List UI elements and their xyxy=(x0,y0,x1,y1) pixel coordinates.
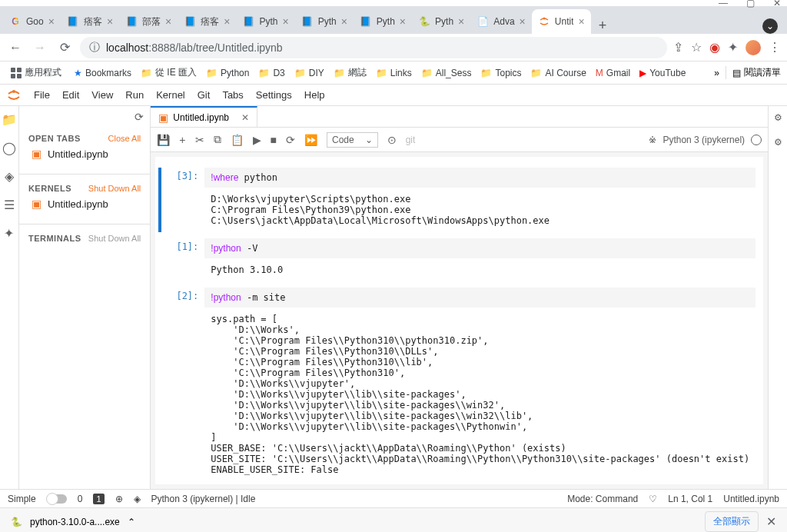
menu-file[interactable]: File xyxy=(34,89,50,101)
browser-tab[interactable]: 📄Adva× xyxy=(470,9,532,34)
notebook-tab[interactable]: ▣ Untitled.ipynb ✕ xyxy=(151,106,257,127)
bookmark-item[interactable]: 📁Links xyxy=(371,63,417,82)
bookmark-item[interactable]: ▶YouTube xyxy=(635,63,690,82)
menu-edit[interactable]: Edit xyxy=(62,89,79,101)
bookmark-item[interactable]: 📁D3 xyxy=(254,63,289,82)
close-tab-icon[interactable]: × xyxy=(224,15,230,28)
kernel-switch-icon[interactable]: ※ xyxy=(649,135,656,145)
show-all-downloads-button[interactable]: 全部顯示 xyxy=(705,511,759,532)
bookmark-item[interactable]: 📁網誌 xyxy=(329,63,371,82)
close-all-button[interactable]: Close All xyxy=(108,134,141,143)
search-tabs-icon[interactable]: ⌄ xyxy=(762,18,778,34)
apps-shortcut[interactable]: 應用程式 xyxy=(6,63,66,82)
cursor-position[interactable]: Ln 1, Col 1 xyxy=(668,494,712,504)
cell-input[interactable]: !python -V xyxy=(204,238,755,258)
menu-run[interactable]: Run xyxy=(125,89,144,101)
kernel-status-icon[interactable] xyxy=(751,135,762,145)
close-tab-icon[interactable]: × xyxy=(578,15,584,28)
code-cell[interactable]: [2]:!python -m sitesys.path = [ 'D:\\Wor… xyxy=(155,286,763,483)
reload-button[interactable]: ⟳ xyxy=(55,38,74,57)
bookmark-item[interactable]: ★Bookmarks xyxy=(69,63,136,82)
bookmark-item[interactable]: MGmail xyxy=(591,63,635,82)
git-icon[interactable]: ◈ xyxy=(5,169,14,184)
open-tab-item[interactable]: ▣ Untitled.ipynb xyxy=(28,143,141,165)
download-menu-icon[interactable]: ⌃ xyxy=(128,517,135,527)
close-tab-icon[interactable]: × xyxy=(107,15,113,28)
cell-type-select[interactable]: Code ⌄ xyxy=(327,132,378,148)
minimize-button[interactable]: — xyxy=(719,0,728,8)
jupyter-logo-icon[interactable] xyxy=(6,88,22,103)
bookmark-item[interactable]: 📁從 IE 匯入 xyxy=(136,63,201,82)
paste-icon[interactable]: 📋 xyxy=(231,134,244,146)
browser-tab[interactable]: 🐍Pyth× xyxy=(412,9,470,34)
browser-tab[interactable]: 📘部落× xyxy=(119,9,178,34)
kernel-status-text[interactable]: Python 3 (ipykernel) | Idle xyxy=(151,494,256,504)
browser-tab[interactable]: 📘Pyth× xyxy=(295,9,354,34)
shutdown-all-kernels-button[interactable]: Shut Down All xyxy=(88,184,141,193)
refresh-icon[interactable]: ⟳ xyxy=(134,111,144,123)
menu-help[interactable]: Help xyxy=(304,89,325,101)
run-all-icon[interactable]: ⏩ xyxy=(304,134,317,146)
kernel-item[interactable]: ▣ Untitled.ipynb xyxy=(28,193,141,214)
extensions-puzzle-icon[interactable]: ✦ xyxy=(728,40,738,55)
bookmark-item[interactable]: 📁All_Sess xyxy=(417,63,477,82)
close-tab-icon[interactable]: ✕ xyxy=(241,112,249,123)
debugger-icon[interactable]: ⚙ xyxy=(774,137,782,148)
stop-icon[interactable]: ■ xyxy=(271,134,277,146)
url-field[interactable]: ⓘ localhost:8888/lab/tree/Untitled.ipynb xyxy=(80,37,667,58)
bookmark-item[interactable]: 📁DIY xyxy=(290,63,329,82)
bookmark-item[interactable]: 📁Python xyxy=(201,63,254,82)
bookmarks-overflow[interactable]: » xyxy=(714,68,719,78)
close-download-bar-icon[interactable]: ✕ xyxy=(766,514,776,529)
simple-toggle[interactable] xyxy=(47,494,67,504)
add-cell-icon[interactable]: + xyxy=(179,134,185,146)
close-tab-icon[interactable]: × xyxy=(165,15,171,28)
close-tab-icon[interactable]: × xyxy=(341,15,347,28)
property-inspector-icon[interactable]: ⚙ xyxy=(774,112,782,123)
menu-tabs[interactable]: Tabs xyxy=(222,89,243,101)
extension-icon-1[interactable]: ◉ xyxy=(709,40,720,55)
code-cell[interactable]: [3]:!where pythonD:\Works\vjupyter\Scrip… xyxy=(155,166,763,234)
forward-button[interactable]: → xyxy=(31,38,49,57)
maximize-button[interactable]: ▢ xyxy=(746,0,755,8)
close-tab-icon[interactable]: × xyxy=(282,15,288,28)
browser-tab[interactable]: 📘Pyth× xyxy=(236,9,294,34)
extensions-icon[interactable]: ✦ xyxy=(4,226,14,241)
profile-avatar[interactable] xyxy=(745,40,761,55)
shutdown-all-terminals-button[interactable]: Shut Down All xyxy=(88,234,141,243)
menu-git[interactable]: Git xyxy=(198,89,211,101)
cell-input[interactable]: !python -m site xyxy=(204,288,755,308)
notebook-body[interactable]: [3]:!where pythonD:\Works\vjupyter\Scrip… xyxy=(155,157,763,484)
new-tab-button[interactable]: + xyxy=(591,18,615,34)
reading-list[interactable]: ▤ 閱讀清單 xyxy=(726,66,781,79)
save-icon[interactable]: 💾 xyxy=(157,134,170,146)
close-tab-icon[interactable]: × xyxy=(458,15,464,28)
site-info-icon[interactable]: ⓘ xyxy=(89,41,100,55)
download-filename[interactable]: python-3.10.0-a....exe xyxy=(30,517,120,527)
toc-icon[interactable]: ☰ xyxy=(4,198,15,212)
run-icon[interactable]: ▶ xyxy=(253,134,261,146)
kernel-name[interactable]: Python 3 (ipykernel) xyxy=(662,135,745,145)
copy-icon[interactable]: ⧉ xyxy=(214,133,221,146)
render-icon[interactable]: ⊙ xyxy=(387,134,397,146)
menu-settings[interactable]: Settings xyxy=(256,89,292,101)
code-cell[interactable]: [1]:!python -VPython 3.10.0 xyxy=(155,237,763,283)
sessions-badge[interactable]: 1 xyxy=(93,494,104,504)
cell-input[interactable]: !where python xyxy=(204,168,755,188)
bookmark-item[interactable]: 📁AI Course xyxy=(526,63,590,82)
running-icon[interactable]: ◯ xyxy=(2,141,16,155)
menu-view[interactable]: View xyxy=(91,89,113,101)
close-window-button[interactable]: ✕ xyxy=(773,0,781,8)
close-tab-icon[interactable]: × xyxy=(48,15,55,28)
browser-tab[interactable]: 📘痞客× xyxy=(178,9,236,34)
browser-tab[interactable]: 📘Pyth× xyxy=(354,9,412,34)
close-tab-icon[interactable]: × xyxy=(400,15,406,28)
bookmark-star-icon[interactable]: ☆ xyxy=(691,40,702,55)
chrome-menu-icon[interactable]: ⋮ xyxy=(769,40,781,55)
trusted-icon[interactable]: ♡ xyxy=(649,494,657,504)
restart-icon[interactable]: ⟳ xyxy=(286,134,295,146)
menu-kernel[interactable]: Kernel xyxy=(156,89,185,101)
browser-tab[interactable]: Untit× xyxy=(532,9,591,34)
browser-tab[interactable]: 📘痞客× xyxy=(61,9,119,34)
close-tab-icon[interactable]: × xyxy=(520,15,526,28)
